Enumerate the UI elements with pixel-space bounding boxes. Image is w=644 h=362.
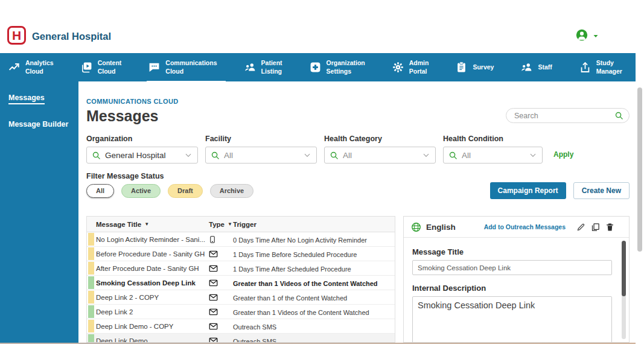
clipboard-icon [456,62,467,73]
search-box [506,108,630,123]
column-header-trigger: Trigger [233,221,395,228]
chevron-down-icon [184,151,193,159]
nav-item-study-manager[interactable]: StudyManager [579,59,622,75]
nav-item-survey[interactable]: Survey [456,62,494,73]
table-header: Message Title ▼ Type ▼ Trigger [87,217,395,232]
email-icon [209,322,218,331]
internal-description-textarea[interactable]: Smoking Cessation Deep Link [412,296,612,343]
people-icon [521,62,532,73]
campaign-report-button[interactable]: Campaign Report [490,182,566,199]
email-icon [209,307,218,317]
sort-descending-icon[interactable]: ▼ [144,221,149,227]
caret-down-icon[interactable] [592,31,599,39]
hospital-logo: H [7,26,26,45]
message-title-label: Message Title [412,247,612,256]
status-pill-all[interactable]: All [86,184,114,198]
table-row[interactable]: Smoking Cessation Deep Link Greater than… [87,276,395,290]
filter-bar: Organization General Hospital Facility A… [86,135,573,164]
create-new-button[interactable]: Create New [573,182,630,199]
filter-facility-dropdown[interactable]: All [205,147,317,164]
globe-icon [411,222,421,232]
user-menu[interactable] [576,29,599,41]
table-body: No Login Activity Reminder - Sani... 0 D… [87,232,395,343]
filter-health-condition: Health Condition All [443,135,543,164]
search-icon [211,151,220,160]
add-to-outreach-link[interactable]: Add to Outreach Messages [484,223,566,230]
nav-item-communications-cloud[interactable]: CommunicationsCloud [148,59,217,75]
filter-health-condition-dropdown[interactable]: All [443,147,543,164]
filter-health-category-dropdown[interactable]: All [324,147,436,164]
nav-item-patient-listing[interactable]: PatientListing [244,59,282,75]
page-title: Messages [86,107,159,125]
sidebar-item-message-builder[interactable]: Message Builder [8,120,78,129]
email-icon [209,249,218,259]
table-row[interactable]: Deep Link Demo Outreach SMS [87,334,395,343]
filter-status-label: Filter Message Status [86,172,164,180]
chevron-down-icon [422,151,430,159]
detail-panel-header: English Add to Outreach Messages [404,217,629,238]
search-icon [448,151,457,160]
people-icon [244,62,256,73]
status-pill-archive[interactable]: Archive [210,184,253,198]
email-icon [209,293,218,302]
main-content: COMMUNICATIONS CLOUD Messages Organizati… [78,81,636,343]
column-header-message-title[interactable]: Message Title ▼ [87,221,209,228]
pencil-icon[interactable] [576,223,585,232]
page-scrollbar-thumb[interactable] [637,87,642,252]
table-row[interactable]: Deep Link Demo - COPY Outreach SMS [87,319,395,334]
nav-item-staff[interactable]: Staff [521,62,552,73]
filter-organization-dropdown[interactable]: General Hospital [86,147,198,164]
email-icon [209,336,218,343]
status-indicator [88,233,94,246]
status-indicator [88,276,94,289]
table-row[interactable]: After Procedure Date - Sanity GH 1 Days … [87,261,395,276]
status-pill-active[interactable]: Active [121,184,161,198]
language-label: English [426,223,456,232]
filter-health-category: Health Category All [324,135,436,164]
panel-scrollbar-thumb[interactable] [622,241,626,296]
apply-button[interactable]: Apply [553,150,573,159]
nav-item-content-cloud[interactable]: ContentCloud [81,59,122,75]
sidebar-item-messages[interactable]: Messages [8,94,78,102]
copy-icon[interactable] [591,223,600,232]
filter-organization: Organization General Hospital [86,135,198,164]
sidebar: MessagesMessage Builder [0,81,78,343]
trend-up-icon [8,62,20,73]
message-title-input[interactable] [412,260,612,275]
search-input[interactable] [514,112,614,120]
mobile-icon [209,235,216,244]
filter-facility: Facility All [205,135,317,164]
video-icon [81,62,92,73]
search-icon[interactable] [614,111,623,120]
table-row[interactable]: Deep Link 2 - COPY Greater than 1 of the… [87,290,395,305]
table-row[interactable]: Before Procedure Date - Sanity GH 1 Days… [87,247,395,261]
chat-icon [148,62,160,73]
status-pill-draft[interactable]: Draft [168,184,203,198]
nav-item-organization-settings[interactable]: OrganizationSettings [310,59,365,75]
chevron-down-icon [529,151,537,159]
nav-item-analytics-cloud[interactable]: AnalyticsCloud [8,59,54,75]
hospital-name: General Hospital [32,31,111,42]
table-row[interactable]: Deep Link 2 Greater than 1 Videos of the… [87,305,395,319]
column-header-type[interactable]: Type ▼ [209,221,233,228]
table-row[interactable]: No Login Activity Reminder - Sani... 0 D… [87,232,395,247]
nav-item-admin-portal[interactable]: AdminPortal [392,59,429,75]
email-icon [209,278,218,288]
app-header: H General Hospital [0,0,636,53]
internal-description-label: Internal Description [412,284,612,293]
app-window: H General Hospital AnalyticsCloud Conten… [0,0,644,362]
user-avatar-icon[interactable] [576,29,588,41]
medical-cross-icon [310,62,321,73]
gear-icon [392,62,404,73]
status-indicator [88,247,94,260]
search-icon [92,151,101,160]
detail-panel-body: Message Title Internal Description Smoki… [404,238,629,343]
message-detail-panel: English Add to Outreach Messages Message… [403,216,630,343]
status-indicator [88,262,94,275]
trash-icon[interactable] [605,223,614,232]
status-indicator [88,291,94,303]
messages-table: Message Title ▼ Type ▼ Trigger No Login … [86,216,395,343]
window-bottom-edge [0,343,636,344]
status-indicator [88,334,94,343]
sort-descending-icon[interactable]: ▼ [228,221,232,227]
